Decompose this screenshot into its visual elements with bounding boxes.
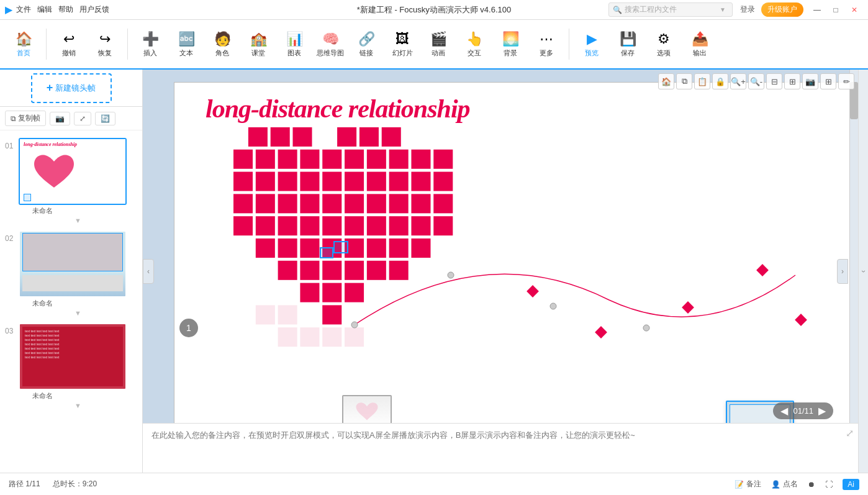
right-panel[interactable]: › [858,70,868,473]
statusbar: 路径 1/11 总时长：9:20 📝 备注 👤 点名 ⏺ ⛶ Ai [0,473,868,495]
interact-icon: 👆 [466,31,483,47]
slide-canvas[interactable]: long-distance relationship [174,82,858,461]
new-frame-label: 新建镜头帧 [55,83,96,94]
canvas-text-edit-btn[interactable]: ✏ [838,73,854,89]
search-dropdown-icon[interactable]: ▼ [720,6,726,13]
svg-rect-34 [411,194,430,213]
resize-button[interactable]: ⤢ [74,112,91,125]
upgrade-button[interactable]: 升级账户 [761,2,803,17]
svg-rect-54 [278,261,297,280]
toolbar-mindmap[interactable]: 🧠 思维导图 [313,23,348,65]
path-indicator: 路径 1/11 [9,479,40,489]
canvas-lock-btn[interactable]: 🔒 [712,73,728,89]
menu-feedback[interactable]: 用户反馈 [79,4,109,15]
slides-list: 01 long-distance relationship [0,130,142,473]
svg-rect-60 [300,283,319,302]
slide-icon: 🖼 [396,31,409,47]
svg-rect-32 [367,194,386,213]
toolbar-classroom[interactable]: 🏫 课堂 [241,23,276,65]
canvas-zoomout-btn[interactable]: 🔍- [748,73,764,89]
window-title: *新建工程 - Focusky动画演示大师 v4.6.100 [357,4,512,16]
new-frame-button[interactable]: + 新建镜头帧 [0,70,142,107]
canvas-align-btn[interactable]: ⊟ [766,73,782,89]
menu-help[interactable]: 帮助 [58,4,73,15]
svg-rect-1 [271,127,290,147]
canvas-distribute-btn[interactable]: ⊞ [784,73,800,89]
toolbar-interact[interactable]: 👆 交互 [457,23,492,65]
svg-rect-40 [322,216,341,235]
next-page-btn[interactable]: ▶ [818,405,826,417]
svg-rect-28 [278,194,297,213]
svg-rect-39 [300,216,319,235]
maximize-button[interactable]: □ [827,3,844,17]
toolbar-redo[interactable]: ↪ 恢复 [88,23,122,65]
toolbar-preview[interactable]: ▶ 预览 [574,23,609,65]
toolbar-link[interactable]: 🔗 链接 [349,23,384,65]
points-button[interactable]: 👤 点名 [771,479,798,489]
toolbar-background[interactable]: 🌅 背景 [493,23,528,65]
camera-button[interactable]: 📷 [50,112,70,125]
svg-rect-23 [389,172,409,191]
titlebar: ▶ 文件 编辑 帮助 用户反馈 *新建工程 - Focusky动画演示大师 v4… [0,0,868,20]
ai-label[interactable]: Ai [843,479,859,490]
toolbar-undo[interactable]: ↩ 撤销 [52,23,86,65]
options-icon: ⚙ [658,31,670,47]
toolbar-insert[interactable]: ➕ 插入 [133,23,168,65]
points-icon: 👤 [771,480,780,489]
copy-frame-button[interactable]: ⧉ 复制帧 [5,111,46,126]
record-button[interactable]: ⏺ [808,480,815,489]
svg-rect-31 [345,194,364,213]
toolbar-home[interactable]: 🏠 首页 [6,23,41,65]
toolbar-save[interactable]: 💾 保存 [610,23,645,65]
toolbar-export[interactable]: 📤 输出 [682,23,717,65]
export-icon: 📤 [692,31,708,47]
search-box[interactable]: 🔍 搜索工程内文件 ▼ [608,2,733,17]
slide-name-1: 未命名 [19,206,137,216]
close-button[interactable]: ✕ [846,3,863,17]
svg-rect-37 [256,216,275,235]
preview-icon: ▶ [587,31,597,47]
svg-rect-75 [595,326,607,338]
toolbar-more[interactable]: ⋯ 更多 [529,23,564,65]
record-icon: ⏺ [808,480,815,489]
loop-button[interactable]: 🔄 [95,112,115,125]
svg-rect-63 [322,305,341,324]
svg-rect-69 [278,305,297,324]
slide-name-2: 未命名 [19,299,137,308]
notes-button[interactable]: 📝 备注 [735,479,761,489]
svg-rect-57 [345,261,364,280]
toolbar-text[interactable]: 🔤 文本 [169,23,204,65]
svg-rect-18 [278,172,297,191]
toolbar-animation[interactable]: 🎬 动画 [421,23,456,65]
canvas-copy-btn[interactable]: ⧉ [676,73,692,89]
svg-rect-20 [322,172,341,191]
minimize-button[interactable]: — [808,3,826,17]
prev-page-btn[interactable]: ◀ [780,405,788,417]
toolbar-chart[interactable]: 📊 图表 [277,23,312,65]
canvas-zoomin-btn[interactable]: 🔍+ [730,73,746,89]
expand-right-panel[interactable]: › [837,259,848,284]
canvas-label-1: 1 [179,319,198,337]
canvas-screenshot-btn[interactable]: 📷 [802,73,818,89]
menu-edit[interactable]: 编辑 [37,4,52,15]
slide-item-3[interactable]: 03 text text text text text texttext tex… [0,320,142,412]
collapse-left-panel[interactable]: ‹ [143,259,154,284]
login-button[interactable]: 登录 [736,3,759,16]
svg-rect-47 [278,238,297,258]
canvas-area[interactable]: 🏠 ⧉ 📋 🔒 🔍+ 🔍- ⊟ ⊞ 📷 ⊞ ✏ ‹ › long-distanc… [143,70,858,473]
canvas-home-btn[interactable]: 🏠 [658,73,674,89]
fullscreen-button[interactable]: ⛶ [825,480,833,489]
slide-item-1[interactable]: 01 long-distance relationship [0,135,142,227]
canvas-grid-btn[interactable]: ⊞ [820,73,836,89]
notes-expand-button[interactable]: ⤢ [843,424,858,473]
menu-file[interactable]: 文件 [16,4,31,15]
copy-icon: ⧉ [11,114,16,123]
toolbar-character[interactable]: 🧑 角色 [205,23,240,65]
svg-rect-7 [256,150,275,169]
vertical-scrollbar[interactable] [849,70,858,423]
canvas-paste-btn[interactable]: 📋 [694,73,710,89]
toolbar-options[interactable]: ⚙ 选项 [646,23,681,65]
slide-item-2[interactable]: 02 未命名 ▼ [0,228,142,319]
toolbar-slide[interactable]: 🖼 幻灯片 [385,23,420,65]
notes-input[interactable] [143,424,843,473]
